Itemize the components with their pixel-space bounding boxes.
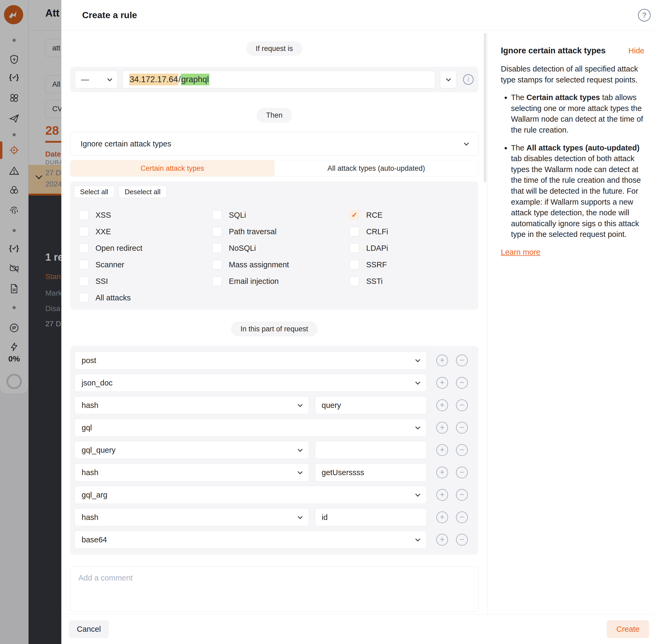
question-icon[interactable] [638, 9, 651, 22]
checkbox[interactable] [79, 227, 89, 236]
attack-type-ssi[interactable]: SSI [79, 276, 212, 286]
request-part-row: hash [74, 508, 468, 526]
uri-input[interactable]: 34.172.17.64 / graphql [122, 71, 435, 88]
request-part-row: hash [74, 396, 468, 414]
plus-circle-icon[interactable] [436, 399, 448, 411]
modal-backdrop[interactable] [0, 0, 61, 644]
plus-circle-icon[interactable] [436, 377, 448, 389]
plus-circle-icon[interactable] [436, 534, 448, 546]
create-rule-modal: Create a rule If request is — 34.172.17.… [61, 0, 655, 644]
attack-type-open-redirect[interactable]: Open redirect [79, 243, 212, 253]
checkbox[interactable] [79, 210, 89, 220]
part-param-input[interactable] [315, 508, 427, 526]
uri-dropdown-button[interactable] [440, 71, 457, 88]
attack-type-rce[interactable]: RCE [350, 210, 388, 220]
minus-circle-icon[interactable] [456, 377, 468, 389]
chevron-down-icon [298, 469, 302, 474]
tab-certain-attack-types[interactable]: Certain attack types [70, 160, 275, 176]
cancel-button[interactable]: Cancel [69, 620, 109, 638]
uri-separator: / [179, 75, 181, 84]
part-param-input[interactable] [315, 441, 427, 459]
part-select[interactable]: json_doc [74, 374, 427, 392]
attack-type-tabs: Certain attack types All attack types (a… [70, 160, 478, 177]
minus-circle-icon[interactable] [456, 489, 468, 501]
method-select[interactable]: — [75, 71, 118, 88]
hide-link[interactable]: Hide [628, 46, 644, 55]
part-param-input[interactable] [315, 396, 427, 414]
checkbox[interactable] [350, 227, 359, 236]
checkbox[interactable] [212, 227, 222, 236]
minus-circle-icon[interactable] [456, 534, 468, 546]
minus-circle-icon[interactable] [456, 422, 468, 434]
checkbox[interactable] [350, 260, 359, 270]
plus-circle-icon[interactable] [436, 466, 448, 478]
deselect-all-button[interactable]: Deselect all [119, 186, 167, 198]
attack-type-email-injection[interactable]: Email injection [212, 276, 350, 286]
scrollbar[interactable] [484, 33, 487, 182]
checkbox[interactable] [350, 243, 359, 253]
checkbox[interactable] [212, 243, 222, 253]
part-select[interactable]: hash [74, 396, 309, 414]
part-select[interactable]: gql_query [74, 441, 309, 459]
attack-type-xxe[interactable]: XXE [79, 227, 212, 237]
plus-circle-icon[interactable] [436, 489, 448, 501]
minus-circle-icon[interactable] [456, 511, 468, 523]
request-parts-list: post json_doc hash gql [70, 346, 478, 555]
plus-circle-icon[interactable] [436, 511, 448, 523]
plus-circle-icon[interactable] [436, 354, 448, 366]
checkbox[interactable] [79, 243, 89, 253]
attack-type-ssti[interactable]: SSTi [350, 276, 388, 286]
part-select[interactable]: base64 [74, 531, 427, 549]
learn-more-link[interactable]: Learn more [501, 248, 540, 257]
checkbox[interactable] [350, 276, 359, 286]
checkbox[interactable] [212, 210, 222, 220]
select-all-button[interactable]: Select all [74, 186, 114, 198]
minus-circle-icon[interactable] [456, 466, 468, 478]
attack-type-sqli[interactable]: SQLi [212, 210, 350, 220]
part-param-input[interactable] [315, 463, 427, 482]
checkbox-checked[interactable] [350, 210, 359, 220]
checkbox[interactable] [79, 260, 89, 270]
minus-circle-icon[interactable] [456, 444, 468, 456]
chevron-down-icon [415, 492, 420, 497]
attack-type-nosqli[interactable]: NoSQLi [212, 243, 350, 253]
part-select[interactable]: gql [74, 419, 427, 437]
attack-type-xss[interactable]: XSS [79, 210, 212, 220]
tab-all-attack-types[interactable]: All attack types (auto-updated) [275, 160, 478, 176]
plus-circle-icon[interactable] [436, 422, 448, 434]
plus-circle-icon[interactable] [436, 444, 448, 456]
rule-action-select[interactable]: Ignore certain attack types [70, 132, 478, 156]
create-button[interactable]: Create [607, 620, 649, 638]
attack-type-ssrf[interactable]: SSRF [350, 259, 388, 270]
uri-path-token: graphql [181, 74, 209, 85]
part-select[interactable]: post [74, 351, 427, 369]
chevron-down-icon [415, 424, 420, 429]
chevron-down-icon [464, 141, 469, 145]
attack-type-mass-assignment[interactable]: Mass assignment [212, 259, 350, 270]
minus-circle-icon[interactable] [456, 354, 468, 366]
attack-type-crlfi[interactable]: CRLFi [350, 227, 388, 237]
part-select[interactable]: hash [74, 508, 309, 526]
attack-type-path-traversal[interactable]: Path traversal [212, 227, 350, 237]
attack-type-ldapi[interactable]: LDAPi [350, 243, 388, 253]
part-select[interactable]: gql_arg [74, 486, 427, 504]
checkbox[interactable] [212, 276, 222, 286]
info-icon[interactable] [463, 74, 474, 85]
checkbox[interactable] [212, 260, 222, 270]
minus-circle-icon[interactable] [456, 399, 468, 411]
request-part-row: base64 [74, 531, 468, 549]
attack-type-all-attacks[interactable]: All attacks [79, 293, 212, 303]
part-select[interactable]: hash [74, 463, 309, 482]
checkbox[interactable] [79, 276, 89, 286]
attack-types-panel: Select all Deselect all XSS XXE Open red… [70, 181, 478, 310]
attack-type-scanner[interactable]: Scanner [79, 259, 212, 270]
modal-footer: Cancel Create [61, 614, 655, 644]
checkbox[interactable] [79, 293, 89, 302]
help-intro: Disables detection of all specified atta… [501, 64, 644, 85]
if-request-is-pill: If request is [246, 41, 303, 56]
chevron-down-icon [298, 447, 302, 452]
chevron-down-icon [415, 536, 420, 541]
comment-input[interactable] [70, 566, 478, 612]
request-part-row: gql [74, 419, 468, 437]
chevron-down-icon [446, 76, 451, 81]
